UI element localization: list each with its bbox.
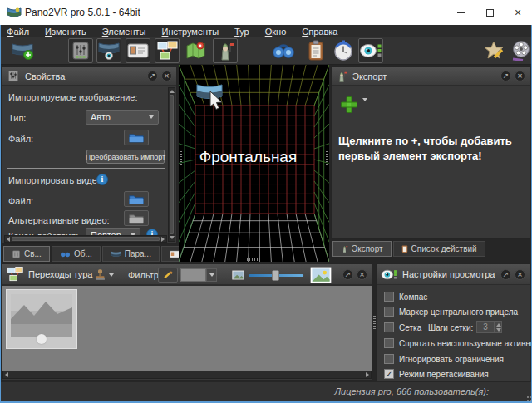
dropdown-arrow-button[interactable] (206, 268, 217, 282)
close-panel-icon[interactable] (161, 71, 172, 81)
hotspots-button[interactable] (271, 38, 296, 63)
thumbnail-size-slider[interactable] (249, 274, 303, 277)
tour-thumbnails-area (2, 285, 372, 371)
drag-mode-checkbox[interactable] (384, 369, 394, 379)
video-file-label: Файл: (8, 196, 33, 206)
scroll-down-icon[interactable] (170, 236, 175, 239)
splitter-handle[interactable] (180, 151, 182, 165)
center-marker-checkbox[interactable] (384, 307, 394, 317)
scrollbar-thumb[interactable] (170, 95, 174, 234)
tab-properties[interactable]: Св... (3, 246, 50, 262)
panorama-thumbnail-cell[interactable] (6, 289, 77, 349)
scroll-left-icon[interactable] (7, 237, 10, 242)
resize-grip[interactable] (527, 396, 529, 398)
undock-icon[interactable] (147, 71, 158, 81)
menu-tools[interactable]: Инструменты (161, 27, 219, 37)
tab-viewing-parameters[interactable]: Пара... (102, 246, 160, 262)
export-panel-header[interactable]: Экспорт (332, 67, 530, 86)
tour-browser-button[interactable] (155, 38, 180, 63)
gnome-flag-icon (336, 70, 347, 83)
chevron-down-icon (149, 115, 154, 119)
type-dropdown[interactable]: Авто (86, 110, 159, 125)
horizontal-scrollbar[interactable] (2, 371, 372, 379)
menu-help[interactable]: Справка (302, 27, 337, 37)
tab-hotspots[interactable]: Об... (52, 246, 101, 262)
spin-down-icon[interactable] (496, 328, 501, 332)
vertical-scrollbar[interactable] (168, 87, 175, 242)
close-panel-icon[interactable] (515, 71, 525, 81)
hide-hotspots-checkbox[interactable] (384, 338, 394, 348)
stamp-tool-button[interactable] (94, 268, 114, 281)
menu-elements[interactable]: Элементы (102, 27, 146, 37)
splitter-handle[interactable] (373, 316, 376, 329)
open-alt-video-button[interactable] (124, 210, 149, 226)
skin-editor-button[interactable] (482, 38, 507, 63)
view-settings-panel: Настройки просмотра Компас Маркер центра… (376, 263, 530, 381)
tab-action-list[interactable]: Список действий (393, 241, 485, 257)
map-pin-icon (185, 41, 206, 61)
compass-checkbox[interactable] (384, 292, 394, 302)
add-export-dropdown-icon[interactable] (362, 98, 367, 101)
chevron-down-icon (209, 273, 214, 277)
minimize-button[interactable] (447, 0, 475, 25)
user-data-button[interactable] (126, 38, 150, 63)
view-settings-header[interactable]: Настройки просмотра (377, 264, 530, 285)
open-video-button[interactable] (124, 191, 149, 207)
splitter-handle[interactable] (326, 151, 328, 165)
close-button[interactable] (504, 0, 532, 25)
animation-button[interactable] (331, 38, 356, 63)
video-output-button[interactable] (509, 38, 532, 63)
scrollbar-thumb[interactable] (12, 237, 160, 241)
spin-up-icon[interactable] (496, 323, 501, 327)
map-button[interactable] (183, 38, 208, 63)
panorama-viewer[interactable]: Фронтальная (179, 65, 329, 262)
close-panel-icon[interactable] (357, 269, 367, 280)
add-panorama-button[interactable] (10, 38, 35, 63)
scroll-up-icon[interactable] (170, 90, 175, 93)
menu-bar: Файл Изменить Элементы Инструменты Тур О… (0, 25, 532, 37)
checkbox-label: Компас (399, 292, 427, 302)
stopwatch-icon (332, 40, 354, 61)
edit-filter-button[interactable] (158, 268, 178, 283)
menu-edit[interactable]: Изменить (45, 27, 86, 37)
menu-window[interactable]: Окно (265, 27, 287, 37)
menu-file[interactable]: Файл (7, 27, 29, 37)
viewing-parameters-button[interactable] (96, 38, 121, 63)
open-file-button[interactable] (124, 130, 149, 145)
ignore-limits-checkbox[interactable] (384, 354, 394, 364)
scroll-right-icon[interactable] (161, 237, 165, 242)
grid-steps-spinner[interactable]: 3 (476, 321, 495, 333)
action-list-button[interactable] (303, 38, 328, 63)
undock-icon[interactable] (500, 269, 511, 280)
add-panorama-icon (11, 41, 34, 61)
large-thumbnail-icon (310, 267, 332, 283)
export-panel-button[interactable] (213, 38, 238, 63)
scroll-left-icon[interactable] (5, 372, 8, 377)
add-export-button[interactable] (340, 96, 358, 114)
undock-icon[interactable] (342, 269, 353, 280)
close-panel-icon[interactable] (515, 269, 525, 280)
menu-tour[interactable]: Тур (234, 27, 249, 37)
slider-handle[interactable] (272, 270, 279, 281)
filter-label: Фильтр: (128, 270, 161, 280)
section-divider (7, 168, 165, 169)
grid-checkbox[interactable] (384, 322, 394, 332)
filter-color-dropdown[interactable] (180, 268, 217, 282)
tour-transitions-icon (7, 266, 23, 283)
checkbox-label: Маркер центрального прицела (399, 307, 518, 317)
spinner-arrows[interactable] (495, 321, 502, 333)
tour-panel-header[interactable]: Переходы тура Фильтр: (2, 264, 372, 285)
splitter-handle[interactable] (247, 258, 262, 261)
clipboard-icon (401, 244, 408, 253)
properties-panel-header[interactable]: Свойства (2, 67, 176, 86)
viewer-settings-button[interactable] (358, 38, 383, 63)
horizontal-scrollbar[interactable] (4, 235, 167, 243)
undock-icon[interactable] (500, 71, 511, 81)
maximize-button[interactable] (475, 0, 504, 25)
properties-panel-button[interactable] (68, 38, 93, 63)
file-label: Файл: (8, 134, 33, 144)
tab-export[interactable]: Экспорт (332, 241, 392, 257)
scroll-right-icon[interactable] (366, 372, 369, 377)
sliders-icon (12, 250, 21, 258)
convert-import-button[interactable]: Преобразовать импорт (86, 150, 165, 164)
